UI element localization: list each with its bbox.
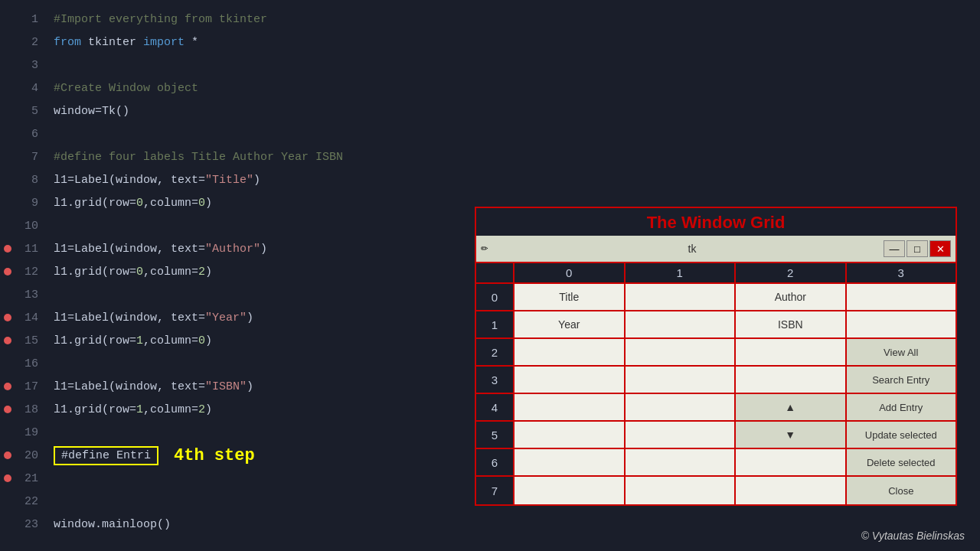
grid-cell-1-2: ISBN — [736, 311, 847, 337]
grid-cell-0-1 — [626, 284, 737, 310]
dot-11 — [4, 245, 11, 253]
grid-row-3: 3 Search Entry — [476, 367, 956, 394]
grid-cell-7-1 — [626, 477, 737, 504]
dot-21 — [4, 474, 11, 482]
grid-row-2: 2 View All — [476, 339, 956, 367]
grid-column-headers: 0 1 2 3 — [476, 263, 956, 284]
grid-cell-0-3 — [847, 284, 956, 310]
scroll-up-button[interactable]: ▲ — [736, 394, 847, 420]
grid-cell-0-2: Author — [736, 284, 847, 310]
tk-pen-icon: ✏️ — [481, 240, 499, 258]
close-button[interactable]: Close — [847, 477, 956, 504]
entry-input-highlight[interactable]: #define Entri — [54, 446, 158, 465]
dot-18 — [4, 406, 11, 413]
grid-cell-5-0 — [514, 422, 626, 448]
grid-cell-0-0: Title — [514, 284, 626, 310]
grid-row-7: 7 Close — [476, 477, 956, 504]
view-all-button[interactable]: View All — [847, 339, 956, 365]
dot-17 — [4, 383, 11, 390]
grid-cell-3-0 — [514, 367, 626, 393]
grid-row-0: 0 Title Author — [476, 284, 956, 311]
dot-15 — [4, 337, 11, 344]
search-entry-button[interactable]: Search Entry — [847, 367, 956, 393]
grid-cell-6-1 — [626, 449, 737, 475]
grid-row-label-1: 1 — [476, 311, 514, 337]
grid-row-label-3: 3 — [476, 367, 514, 393]
code-line-1: 1 #Import everything from tkinter — [0, 8, 980, 31]
grid-cell-5-1 — [626, 422, 737, 448]
grid-cell-3-2 — [736, 367, 847, 393]
grid-row-label-5: 5 — [476, 422, 514, 448]
grid-cell-7-2 — [736, 477, 847, 504]
grid-cell-1-1 — [626, 311, 737, 337]
tk-title-text: tk — [502, 243, 882, 255]
grid-cell-2-0 — [514, 339, 626, 365]
code-line-8: 8 l1=Label(window, text="Title") — [0, 168, 980, 191]
grid-row-label-4: 4 — [476, 394, 514, 420]
tk-titlebar: ✏️ tk — □ ✕ — [476, 236, 956, 263]
grid-col-header-1: 1 — [626, 263, 737, 282]
add-entry-button[interactable]: Add Entry — [847, 394, 956, 420]
grid-row-5: 5 ▼ Update selected — [476, 422, 956, 449]
update-selected-button[interactable]: Update selected — [847, 422, 956, 448]
grid-col-header-3: 3 — [847, 263, 956, 282]
delete-selected-button[interactable]: Delete selected — [847, 449, 956, 475]
code-line-4: 4 #Create Window object — [0, 77, 980, 99]
grid-row-label-7: 7 — [476, 477, 514, 504]
dot-12 — [4, 268, 11, 276]
grid-cell-2-1 — [626, 339, 737, 365]
grid-col-header-0: 0 — [514, 263, 626, 282]
grid-row-4: 4 ▲ Add Entry — [476, 394, 956, 422]
code-line-23: 23 window.mainloop() — [0, 513, 980, 536]
grid-row-6: 6 Delete selected — [476, 449, 956, 477]
dot-20 — [4, 452, 11, 459]
grid-cell-2-2 — [736, 339, 847, 365]
step-label: 4th step — [174, 446, 255, 465]
grid-row-label-0: 0 — [476, 284, 514, 310]
code-line-2: 2 from tkinter import * — [0, 31, 980, 54]
grid-col-header-2: 2 — [736, 263, 847, 282]
scroll-up-icon: ▲ — [785, 401, 795, 413]
code-line-5: 5 window=Tk() — [0, 99, 980, 122]
dot-14 — [4, 314, 11, 321]
scroll-down-button[interactable]: ▼ — [736, 422, 847, 448]
grid-row-label-2: 2 — [476, 339, 514, 365]
grid-cell-6-2 — [736, 449, 847, 475]
code-line-3: 3 — [0, 54, 980, 77]
grid-row-1: 1 Year ISBN — [476, 311, 956, 339]
tk-close-button[interactable]: ✕ — [929, 240, 951, 257]
grid-cell-1-0: Year — [514, 311, 626, 337]
grid-cell-4-1 — [626, 394, 737, 420]
tk-minimize-button[interactable]: — — [884, 240, 905, 257]
copyright-text: © Vytautas Bielinskas — [861, 530, 965, 542]
window-grid-overlay: The Window Grid ✏️ tk — □ ✕ 0 1 2 3 0 Ti… — [475, 207, 957, 506]
grid-cell-6-0 — [514, 449, 626, 475]
window-grid-title: The Window Grid — [476, 208, 956, 236]
grid-row-label-6: 6 — [476, 449, 514, 475]
code-line-7: 7 #define four labels Title Author Year … — [0, 145, 980, 168]
code-line-6: 6 — [0, 122, 980, 145]
tk-maximize-button[interactable]: □ — [906, 240, 928, 257]
grid-cell-1-3 — [847, 311, 956, 337]
grid-row-header-placeholder — [476, 263, 514, 282]
grid-cell-4-0 — [514, 394, 626, 420]
grid-body: 0 Title Author 1 Year ISBN 2 View All 3 — [476, 284, 956, 504]
grid-cell-7-0 — [514, 477, 626, 504]
grid-cell-3-1 — [626, 367, 737, 393]
scroll-down-icon: ▼ — [785, 429, 795, 441]
